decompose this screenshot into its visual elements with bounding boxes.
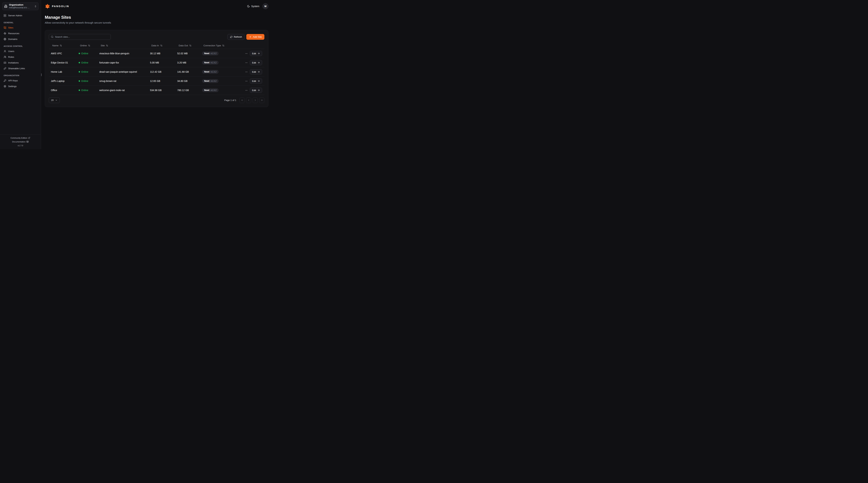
online-dot bbox=[79, 71, 80, 72]
sidebar-item-shareable-links[interactable]: Shareable Links bbox=[2, 66, 38, 71]
sidebar-item-sites[interactable]: Sites bbox=[2, 25, 38, 30]
online-status-label: Online bbox=[81, 79, 88, 83]
table-header-row: Name Online Site Data In bbox=[49, 42, 265, 49]
add-site-button[interactable]: Add Site bbox=[246, 34, 265, 40]
community-edition-link[interactable]: Community Edition bbox=[0, 136, 41, 140]
row-menu-button[interactable] bbox=[245, 79, 248, 83]
online-status-label: Online bbox=[81, 61, 88, 64]
online-status-label: Online bbox=[81, 89, 88, 92]
site-name-cell: AWS VPC bbox=[49, 52, 76, 55]
sidebar-footer: Community Edition Documentation v1.7.0 bbox=[0, 134, 41, 149]
sort-icon bbox=[160, 44, 162, 47]
next-page-button[interactable] bbox=[253, 97, 258, 103]
site-status-cell: Online bbox=[76, 70, 97, 73]
site-tunnel-cell: smug-brown-rat bbox=[97, 79, 148, 83]
external-link-icon bbox=[28, 137, 30, 139]
column-header-name[interactable]: Name bbox=[49, 44, 76, 47]
last-page-button[interactable] bbox=[259, 97, 265, 103]
pangolin-logo-icon bbox=[45, 4, 50, 9]
row-actions-cell: Edit bbox=[242, 69, 265, 74]
connection-type-cell: Newt v1.3.2 bbox=[200, 70, 242, 74]
sidebar-item-label: Resources bbox=[8, 32, 20, 35]
data-in-cell: 534.98 GB bbox=[148, 89, 175, 92]
row-menu-button[interactable] bbox=[245, 61, 248, 64]
org-switcher[interactable]: Organization milo@fossorial.io's ... bbox=[2, 2, 38, 10]
sidebar-item-label: Sites bbox=[8, 26, 13, 29]
previous-page-button[interactable] bbox=[246, 97, 251, 103]
sites-card: Refresh Add Site Name Online bbox=[45, 30, 268, 107]
connection-badge: Newt v1.3.2 bbox=[202, 61, 219, 65]
edit-button[interactable]: Edit bbox=[250, 78, 262, 84]
connection-name: Newt bbox=[204, 62, 209, 64]
column-header-data-out[interactable]: Data Out bbox=[175, 44, 200, 47]
row-menu-button[interactable] bbox=[245, 52, 248, 55]
arrow-right-icon bbox=[257, 52, 260, 55]
pagination: 20 Page 1 of 1 bbox=[49, 97, 265, 103]
sidebar-item-label: Shareable Links bbox=[8, 67, 25, 70]
connection-name: Newt bbox=[204, 53, 209, 55]
connection-version: v1.3.2 bbox=[211, 71, 216, 73]
ticket-check-icon bbox=[4, 61, 6, 64]
sidebar-item-server-admin[interactable]: Server Admin bbox=[2, 13, 38, 18]
edit-button[interactable]: Edit bbox=[250, 69, 262, 74]
ellipsis-icon bbox=[245, 80, 248, 83]
site-status-cell: Online bbox=[76, 89, 97, 92]
user-avatar[interactable]: M bbox=[262, 3, 268, 9]
sidebar-item-settings[interactable]: Settings bbox=[2, 84, 38, 89]
sort-icon bbox=[88, 44, 90, 47]
book-open-icon bbox=[26, 141, 29, 143]
edit-button[interactable]: Edit bbox=[250, 51, 262, 56]
page-size-select[interactable]: 20 bbox=[49, 97, 60, 103]
globe-icon bbox=[4, 38, 6, 40]
edit-button[interactable]: Edit bbox=[250, 88, 262, 93]
row-actions-cell: Edit bbox=[242, 60, 265, 65]
online-dot bbox=[79, 62, 80, 63]
org-switcher-value: milo@fossorial.io's ... bbox=[9, 6, 33, 9]
column-header-online[interactable]: Online bbox=[76, 44, 97, 47]
column-header-connection-type[interactable]: Connection Type bbox=[200, 44, 242, 47]
table-row: Office Online welcome-giant-mole-rat 534… bbox=[49, 86, 265, 95]
server-icon bbox=[4, 14, 6, 17]
arrow-right-icon bbox=[257, 71, 260, 73]
sort-icon bbox=[106, 44, 108, 47]
online-dot bbox=[79, 53, 80, 54]
site-tunnel-cell: welcome-giant-mole-rat bbox=[97, 89, 148, 92]
site-status-cell: Online bbox=[76, 52, 97, 55]
content: Manage Sites Allow connectivity to your … bbox=[41, 12, 272, 107]
theme-toggle-button[interactable]: System bbox=[247, 5, 259, 8]
building-icon bbox=[4, 5, 7, 8]
sidebar-item-roles[interactable]: Roles bbox=[2, 55, 38, 59]
brand[interactable]: PANGOLIN bbox=[45, 4, 69, 9]
sidebar-item-users[interactable]: Users bbox=[2, 49, 38, 54]
data-out-cell: 52.02 MB bbox=[175, 52, 200, 55]
connection-name: Newt bbox=[204, 80, 209, 82]
sidebar-scrollbar-thumb[interactable] bbox=[41, 73, 42, 76]
sidebar-item-label: Users bbox=[8, 50, 14, 53]
column-header-site[interactable]: Site bbox=[97, 44, 148, 47]
connection-name: Newt bbox=[204, 71, 209, 73]
edit-button[interactable]: Edit bbox=[250, 60, 262, 65]
sort-icon bbox=[189, 44, 191, 47]
connection-type-cell: Newt v1.3.2 bbox=[200, 88, 242, 92]
search-input[interactable] bbox=[55, 36, 109, 38]
table-row: AWS VPC Online vivacious-little-blue-pen… bbox=[49, 49, 265, 58]
row-menu-button[interactable] bbox=[245, 70, 248, 73]
sidebar-item-api-keys[interactable]: API Keys bbox=[2, 78, 38, 83]
site-name-cell: Office bbox=[49, 89, 76, 92]
column-header-data-in[interactable]: Data In bbox=[148, 44, 175, 47]
data-out-cell: 34.80 GB bbox=[175, 79, 200, 83]
ellipsis-icon bbox=[245, 61, 248, 64]
first-page-button[interactable] bbox=[239, 97, 245, 103]
sidebar-item-resources[interactable]: Resources bbox=[2, 31, 38, 36]
sidebar-item-domains[interactable]: Domains bbox=[2, 37, 38, 41]
sidebar-item-invitations[interactable]: Invitations bbox=[2, 60, 38, 65]
page-title: Manage Sites bbox=[45, 15, 268, 20]
app-version: v1.7.0 bbox=[0, 143, 41, 148]
row-menu-button[interactable] bbox=[245, 89, 248, 92]
documentation-link[interactable]: Documentation bbox=[0, 140, 41, 143]
search-icon bbox=[51, 36, 54, 38]
refresh-icon bbox=[230, 36, 232, 38]
page-subtitle: Allow connectivity to your network throu… bbox=[45, 21, 268, 24]
chevron-down-icon bbox=[55, 99, 58, 101]
refresh-button[interactable]: Refresh bbox=[227, 34, 245, 40]
